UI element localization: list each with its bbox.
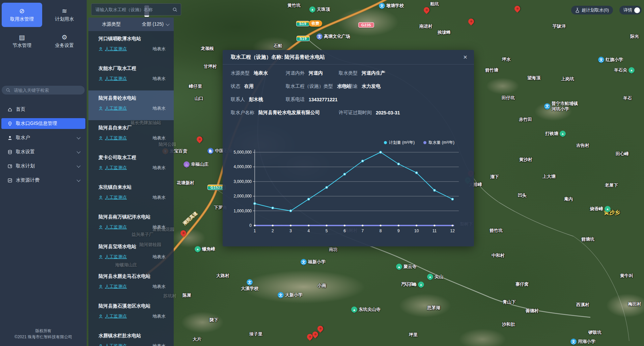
station-list-item[interactable]: 麦卡公司取水工程人工监测点地表水 [88,150,174,180]
monitor-type[interactable]: 人工监测点 [105,135,127,141]
sidebar-item-1[interactable]: 取水口GIS信息管理 [1,118,85,129]
map-place-label: 坪里 [409,332,418,338]
map-poi[interactable]: 文大溪学校 [241,279,258,291]
sidebar-item-4[interactable]: 取水计划 [1,161,85,171]
person-icon [99,136,103,140]
map-place-label: 南坊 [329,247,338,252]
station-list-item[interactable]: 友能水厂取水工程人工监测点地表水 [88,61,174,90]
map-place-label-faint: 苏坑村 [163,293,176,299]
sidebar-item-2[interactable]: 取水户 [1,132,85,143]
station-list-item[interactable]: 水唇镇水栏肚水电站人工监测点地表水 [88,328,174,346]
map-pin-red[interactable] [467,17,475,25]
app-window: 黄竹坑粗坑南进村挨垅蜂芋陂洋际光石船坪水箭竹塘望海顶上岗坑田仔坑赤竹田羊石吉告村… [0,0,644,346]
field-value: 13432771221 [309,97,338,102]
map-poi[interactable]: 文墩塘学校 [379,3,404,9]
station-name: 友能水厂取水工程 [99,65,166,72]
map-place-label-faint: 陆河碧桂园 [139,242,161,247]
map-poi[interactable]: ▲东坑尖山寺 [351,307,381,313]
map-pin-red[interactable] [422,6,430,14]
station-list-item[interactable]: 陆河县水唇走马石水电站人工监测点地表水 [88,269,174,298]
detail-toggle[interactable]: 详情 [619,6,642,15]
map-poi[interactable]: 文用湖小学 [570,339,595,345]
map-poi[interactable]: 打铁塘▲ [545,131,566,137]
monitor-type[interactable]: 人工监测点 [105,313,127,319]
sidebar-item-5[interactable]: 水资源计费 [1,175,85,186]
monitor-type[interactable]: 人工监测点 [105,165,127,171]
chevron-down-icon [77,164,80,167]
field-label: 状态 [231,83,240,89]
station-list-item[interactable]: 陆河县青砼水电站人工监测点地表水 [88,90,174,120]
station-list-item[interactable]: 陆河县南万镇杞洋水电站人工监测点地表水 [88,209,174,239]
sidebar-item-0[interactable]: 首页 [1,104,85,115]
map-place-label: 黄牛叫 [620,273,633,278]
map-place-label: 田仔坑 [502,95,515,101]
poi-label: 螺角嶂 [202,246,215,252]
station-name: 陆河县激石溪老区水电站 [99,303,166,309]
map-poi[interactable]: ▲螺角嶂 [195,246,215,252]
map-poi[interactable]: 人子峰▲ [403,282,424,288]
station-list-item[interactable]: 东坑镇自来水站人工监测点地表水 [88,180,174,209]
poi-label: 福新小学 [308,259,326,265]
close-icon[interactable]: × [461,53,469,61]
station-search-input[interactable] [95,7,170,12]
station-list-item[interactable]: 河口镇唱歌潭水电站人工监测点地表水 [88,31,174,61]
map-pin-red[interactable] [316,324,324,332]
station-search[interactable] [91,3,181,16]
poi-label: 聚云寺 [403,264,417,269]
map-poi[interactable]: ▲尖山 [427,274,443,280]
map-pin-red[interactable] [195,135,203,143]
monitor-type[interactable]: 人工监测点 [105,254,127,260]
gear-icon: ⚙ [61,34,67,41]
monitor-type[interactable]: 人工监测点 [105,194,127,201]
detail-field: 联系电话13432771221 [286,97,338,103]
svg-text:5: 5 [326,229,328,233]
keyword-search[interactable] [2,86,85,95]
sidebar-item-label: 水资源计费 [16,177,39,183]
sidebar-item-3[interactable]: 取水设置 [1,147,85,157]
map-pin-red[interactable] [179,229,187,237]
monitor-type[interactable]: 人工监测点 [105,343,127,346]
field-value: 陆河县青砼水电发展有限公司 [258,110,320,116]
sidebar-item-label: 首页 [16,106,25,112]
map-poi[interactable]: ▲天珠顶 [309,6,330,12]
map-poi[interactable]: ♨幸福山庄 [184,161,208,167]
monitor-type[interactable]: 人工监测点 [105,105,127,111]
module-water-intake[interactable]: ⊘ 取用水管理 [2,3,42,27]
temple-icon: ▲ [396,264,402,270]
monitor-type[interactable]: 人工监测点 [105,224,127,230]
source-type-filter[interactable]: 水源类型 全部 (125) [88,18,174,31]
legend-label: 计划量 (m³/年) [389,140,415,145]
legend-item[interactable]: 取水量 (m³/年) [423,140,454,145]
map-pin-red[interactable] [513,4,521,12]
map-poi[interactable]: 文福新小学 [301,259,326,265]
field-label: 取水工程（设施）类型 [286,83,333,89]
legend-item[interactable]: 计划量 (m³/年) [384,140,415,145]
search-icon[interactable] [172,7,177,12]
billing-icon [7,178,12,183]
map-place-label: 际光 [630,34,639,39]
person-icon [99,344,103,346]
monitor-type[interactable]: 人工监测点 [105,284,127,290]
filter-value[interactable]: 全部 (125) [142,21,169,27]
map-poi[interactable]: 文红旗小学 [598,57,623,63]
calendar-icon [7,164,12,169]
module-plan-water[interactable]: ≋ 计划用水 [44,3,85,27]
over-plan-intake-badge[interactable]: 超计划取水(0) [571,6,613,15]
station-list-item[interactable]: 陆河县激石溪老区水电站人工监测点地表水 [88,298,174,328]
map-poi[interactable]: 羊石尖▲ [614,67,635,73]
detail-field: 状态在用 [231,83,254,89]
map-poi[interactable]: ▲聚云寺 [396,264,417,270]
map-poi[interactable]: 文高塘文化广场 [316,33,350,39]
svg-text:3: 3 [289,229,292,233]
map-poi[interactable]: 文普宁市船埔镇 河坑小学 [544,101,578,111]
module-save-water[interactable]: ▤ 节水管理 [2,29,42,53]
monitor-type[interactable]: 人工监测点 [105,76,127,82]
module-settings[interactable]: ⚙ 业务设置 [44,29,85,53]
map-poi[interactable]: 烧香嶂▲ [590,206,611,212]
map-place-label: 花塘新村 [177,180,194,186]
chevron-down-icon [77,178,80,182]
keyword-search-input[interactable] [13,87,81,93]
map-poi[interactable]: 文大新小学 [278,292,303,298]
field-label: 取水类型 [339,70,358,76]
monitor-type[interactable]: 人工监测点 [105,46,127,52]
